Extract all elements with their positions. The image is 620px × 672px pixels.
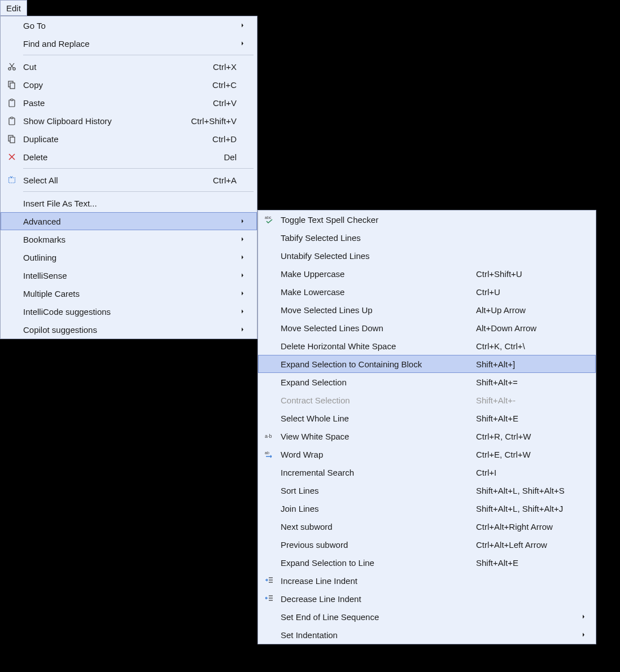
menu-item-intellicodesuggestions[interactable]: IntelliCode suggestions — [1, 302, 257, 320]
menu-item-label: Previous subword — [281, 540, 467, 550]
menu-item-label: Select All — [23, 175, 204, 185]
menu-item-moveup[interactable]: Move Selected Lines UpAlt+Up Arrow — [258, 301, 596, 319]
menu-item-tabify[interactable]: Tabify Selected Lines — [258, 229, 596, 247]
menu-item-label: Outlining — [23, 253, 228, 262]
menu-item-label: Multiple Carets — [23, 289, 228, 298]
menu-item-viewws[interactable]: View White SpaceCtrl+R, Ctrl+W — [258, 427, 596, 445]
menu-item-paste[interactable]: PasteCtrl+V — [1, 94, 257, 112]
menu-item-label: Set Indentation — [281, 630, 467, 640]
menu-item-label: Bookmarks — [23, 235, 228, 244]
menu-item-shortcut: Shift+Alt+L, Shift+Alt+S — [476, 486, 578, 495]
menu-item-label: Expand Selection to Line — [281, 558, 467, 568]
menu-item-label: Incremental Search — [281, 468, 467, 477]
menu-item-label: Untabify Selected Lines — [281, 251, 467, 261]
menu-item-label: Insert File As Text... — [23, 199, 228, 208]
menu-item-label: Move Selected Lines Down — [281, 323, 467, 333]
menu-item-copilotsuggestions[interactable]: Copilot suggestions — [1, 320, 257, 339]
menu-item-expandsel[interactable]: Expand SelectionShift+Alt+= — [258, 373, 596, 391]
menu-item-selwholeline[interactable]: Select Whole LineShift+Alt+E — [258, 409, 596, 427]
menu-item-insertfile[interactable]: Insert File As Text... — [1, 194, 257, 212]
menu-item-lowercase[interactable]: Make LowercaseCtrl+U — [258, 283, 596, 301]
submenu-arrow-icon — [241, 290, 249, 297]
menu-item-sortlines[interactable]: Sort LinesShift+Alt+L, Shift+Alt+S — [258, 481, 596, 499]
menu-item-shortcut: Ctrl+R, Ctrl+W — [476, 432, 578, 441]
menu-item-nextsubword[interactable]: Next subwordCtrl+Alt+Right Arrow — [258, 517, 596, 535]
menu-item-label: Move Selected Lines Up — [281, 305, 467, 315]
menu-item-bookmarks[interactable]: Bookmarks — [1, 230, 257, 248]
menu-item-shortcut: Ctrl+A — [213, 175, 237, 185]
menu-item-expandtoline[interactable]: Expand Selection to LineShift+Alt+E — [258, 554, 596, 572]
menu-item-goto[interactable]: Go To — [1, 16, 257, 34]
menu-item-intellisense[interactable]: IntelliSense — [1, 266, 257, 284]
menu-item-multiplecarets[interactable]: Multiple Carets — [1, 284, 257, 302]
submenu-arrow-icon — [582, 613, 588, 620]
menu-item-untabify[interactable]: Untabify Selected Lines — [258, 247, 596, 265]
menu-item-selectall[interactable]: Select AllCtrl+A — [1, 171, 257, 189]
menu-item-label: IntelliCode suggestions — [23, 307, 228, 317]
menu-item-label: Go To — [23, 21, 228, 30]
menu-item-advanced[interactable]: Advanced — [1, 212, 257, 230]
menu-item-label: Decrease Line Indent — [281, 594, 467, 604]
menu-item-findreplace[interactable]: Find and Replace — [1, 34, 257, 52]
outdent-icon — [258, 594, 281, 603]
menu-item-deletehws[interactable]: Delete Horizontal White SpaceCtrl+K, Ctr… — [258, 337, 596, 355]
menu-item-prevsubword[interactable]: Previous subwordCtrl+Alt+Left Arrow — [258, 535, 596, 554]
menu-item-spellchecker[interactable]: Toggle Text Spell Checker — [258, 210, 596, 229]
indent-icon — [258, 576, 281, 585]
menu-item-label: Join Lines — [281, 504, 467, 513]
cut-icon — [1, 62, 23, 71]
menu-item-increaseindent[interactable]: Increase Line Indent — [258, 572, 596, 590]
advanced-submenu: Toggle Text Spell CheckerTabify Selected… — [257, 210, 596, 644]
menu-item-eolseq[interactable]: Set End of Line Sequence — [258, 608, 596, 626]
menu-item-duplicate[interactable]: DuplicateCtrl+D — [1, 130, 257, 148]
menu-item-contractsel: Contract SelectionShift+Alt+- — [258, 391, 596, 409]
menu-item-label: Copy — [23, 80, 203, 90]
menu-item-label: Select Whole Line — [281, 414, 467, 423]
menu-item-shortcut: Ctrl+Shift+U — [476, 269, 578, 279]
menu-item-decreaseindent[interactable]: Decrease Line Indent — [258, 590, 596, 608]
adotb-icon — [258, 432, 281, 441]
menu-item-label: Advanced — [23, 217, 228, 226]
menu-item-expandblock[interactable]: Expand Selection to Containing BlockShif… — [258, 355, 596, 373]
menu-item-joinlines[interactable]: Join LinesShift+Alt+L, Shift+Alt+J — [258, 499, 596, 517]
abc-check-icon — [258, 215, 281, 224]
menu-item-label: Duplicate — [23, 134, 203, 144]
menu-item-label: Delete Horizontal White Space — [281, 341, 467, 351]
submenu-arrow-icon — [241, 326, 249, 333]
menu-item-shortcut: Ctrl+K, Ctrl+\ — [476, 341, 578, 351]
paste-icon — [1, 116, 23, 125]
menu-item-label: Cut — [23, 62, 204, 72]
menu-item-shortcut: Ctrl+I — [476, 468, 578, 477]
menu-item-outlining[interactable]: Outlining — [1, 248, 257, 266]
menu-item-wordwrap[interactable]: Word WrapCtrl+E, Ctrl+W — [258, 445, 596, 463]
copy-icon — [1, 80, 23, 89]
menu-item-movedown[interactable]: Move Selected Lines DownAlt+Down Arrow — [258, 319, 596, 337]
menu-item-incsearch[interactable]: Incremental SearchCtrl+I — [258, 463, 596, 481]
menubar-edit[interactable]: Edit — [0, 0, 27, 16]
submenu-arrow-icon — [241, 218, 249, 225]
menu-item-clipboardhistory[interactable]: Show Clipboard HistoryCtrl+Shift+V — [1, 112, 257, 130]
menu-item-label: Next subword — [281, 522, 467, 532]
menu-item-cut[interactable]: CutCtrl+X — [1, 58, 257, 76]
wordwrap-icon — [258, 450, 281, 459]
menu-item-delete[interactable]: DeleteDel — [1, 148, 257, 166]
menu-separator — [23, 55, 254, 55]
menu-item-shortcut: Ctrl+Alt+Left Arrow — [476, 540, 578, 550]
menu-item-label: Copilot suggestions — [23, 325, 228, 335]
delete-icon — [1, 152, 23, 161]
menu-item-uppercase[interactable]: Make UppercaseCtrl+Shift+U — [258, 265, 596, 283]
menu-item-shortcut: Ctrl+Shift+V — [191, 116, 237, 126]
menu-item-shortcut: Shift+Alt+- — [476, 396, 578, 405]
menu-item-copy[interactable]: CopyCtrl+C — [1, 76, 257, 94]
menu-item-label: Tabify Selected Lines — [281, 233, 467, 243]
submenu-arrow-icon — [582, 631, 588, 638]
menu-item-label: Paste — [23, 98, 204, 108]
paste-icon — [1, 98, 23, 107]
submenu-arrow-icon — [241, 236, 249, 243]
menu-item-setindentation[interactable]: Set Indentation — [258, 626, 596, 644]
menu-item-shortcut: Shift+Alt+E — [476, 558, 578, 568]
menu-item-shortcut: Ctrl+E, Ctrl+W — [476, 450, 578, 459]
menu-item-shortcut: Ctrl+V — [213, 98, 237, 108]
menu-item-shortcut: Alt+Up Arrow — [476, 305, 578, 315]
menu-separator — [23, 168, 254, 169]
